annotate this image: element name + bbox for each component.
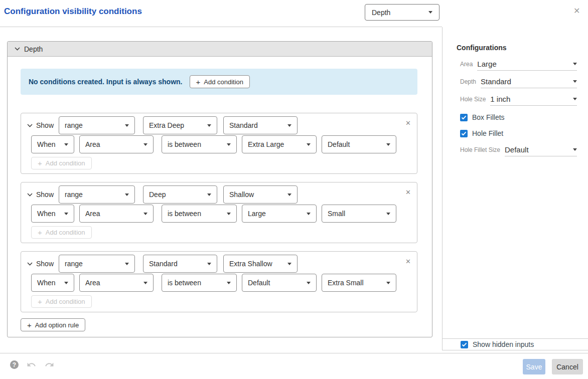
rule-to-dropdown[interactable]: Shallow: [223, 185, 298, 204]
box-fillets-checkbox[interactable]: Box Fillets: [460, 113, 505, 121]
rule-from-dropdown[interactable]: Standard: [143, 255, 217, 273]
condition-operator-dropdown[interactable]: is between: [162, 135, 237, 153]
option-rule-card: Show range Standard Extra Shallow ✕ When…: [21, 251, 417, 312]
checkbox-checked-icon: [460, 130, 468, 137]
info-banner: No conditions created. Input is always s…: [21, 69, 417, 95]
redo-icon[interactable]: [45, 360, 54, 371]
rule-type-dropdown[interactable]: range: [59, 255, 135, 273]
rule-to-dropdown[interactable]: Standard: [223, 116, 298, 134]
banner-text: No conditions created. Input is always s…: [29, 78, 183, 86]
when-dropdown[interactable]: When: [31, 135, 74, 153]
config-field-hole-size: Hole Size 1 inch: [460, 93, 577, 106]
rule-from-dropdown[interactable]: Extra Deep: [143, 116, 217, 134]
show-label: Show: [36, 260, 54, 268]
remove-rule-icon[interactable]: ✕: [405, 120, 411, 126]
condition-to-dropdown[interactable]: Small: [322, 205, 396, 223]
plus-icon: +: [38, 298, 42, 305]
save-button[interactable]: Save: [523, 359, 545, 374]
configuration-visibility-dialog: Configuration visibility conditions Dept…: [0, 0, 588, 379]
caret-down-icon: [307, 213, 311, 215]
caret-down-icon: [207, 194, 211, 196]
show-toggle[interactable]: Show: [27, 255, 54, 273]
plus-icon: +: [38, 229, 42, 236]
hole-fillet-checkbox[interactable]: Hole Fillet: [460, 129, 503, 137]
chevron-down-icon: [27, 262, 33, 266]
show-toggle[interactable]: Show: [27, 185, 54, 204]
option-rule-card: Show range Deep Shallow ✕ When Area is b…: [21, 182, 417, 243]
caret-down-icon: [573, 80, 577, 83]
caret-down-icon: [287, 263, 291, 265]
caret-down-icon: [573, 148, 577, 151]
condition-operator-dropdown[interactable]: is between: [162, 274, 237, 292]
chevron-down-icon: [27, 124, 33, 127]
add-condition-button[interactable]: + Add condition: [190, 75, 250, 88]
add-option-rule-button[interactable]: + Add option rule: [21, 318, 85, 331]
condition-input-dropdown[interactable]: Area: [79, 135, 154, 153]
chevron-down-icon: [15, 47, 20, 51]
cancel-button[interactable]: Cancel: [552, 359, 583, 374]
caret-down-icon: [207, 124, 211, 127]
show-label: Show: [36, 191, 54, 199]
checkbox-checked-icon: [461, 341, 468, 348]
add-condition-disabled-button: + Add condition: [31, 157, 92, 169]
config-field-depth: Depth Standard: [460, 75, 577, 88]
caret-down-icon: [386, 143, 390, 146]
rule-to-dropdown[interactable]: Extra Shallow: [223, 255, 298, 273]
plus-icon: +: [38, 159, 42, 167]
condition-from-dropdown[interactable]: Large: [242, 205, 317, 223]
field-label: Hole Fillet Size: [460, 146, 500, 153]
field-label: Depth: [460, 78, 476, 85]
caret-down-icon: [386, 282, 390, 284]
condition-from-dropdown[interactable]: Extra Large: [242, 135, 317, 153]
show-toggle[interactable]: Show: [27, 116, 54, 134]
condition-input-dropdown[interactable]: Area: [79, 274, 154, 292]
when-dropdown[interactable]: When: [31, 205, 74, 223]
caret-down-icon: [287, 194, 291, 196]
caret-down-icon: [428, 11, 432, 14]
dialog-title: Configuration visibility conditions: [4, 7, 142, 17]
caret-down-icon: [573, 98, 577, 100]
condition-input-dropdown[interactable]: Area: [79, 205, 154, 223]
condition-from-dropdown[interactable]: Default: [242, 274, 317, 292]
chevron-down-icon: [27, 193, 33, 197]
rule-type-dropdown[interactable]: range: [59, 185, 135, 204]
caret-down-icon: [227, 213, 231, 215]
caret-down-icon: [307, 143, 311, 146]
caret-down-icon: [125, 263, 129, 265]
add-condition-disabled-button: + Add condition: [31, 295, 92, 308]
caret-down-icon: [287, 124, 291, 127]
field-label: Hole Size: [460, 96, 486, 103]
config-area-dropdown[interactable]: Large: [477, 58, 577, 71]
depth-section-header[interactable]: Depth: [8, 42, 432, 57]
caret-down-icon: [143, 143, 148, 146]
rule-type-dropdown[interactable]: range: [59, 116, 135, 134]
input-selector-dropdown[interactable]: Depth: [365, 4, 439, 21]
config-hole-size-dropdown[interactable]: 1 inch: [490, 93, 577, 106]
caret-down-icon: [64, 143, 68, 146]
condition-operator-dropdown[interactable]: is between: [162, 205, 237, 223]
dialog-close-icon[interactable]: ✕: [573, 7, 580, 15]
config-field-area: Area Large: [460, 58, 577, 71]
remove-rule-icon[interactable]: ✕: [405, 189, 411, 196]
input-selector-value: Depth: [372, 9, 390, 17]
plus-icon: +: [196, 78, 201, 86]
when-dropdown[interactable]: When: [31, 274, 74, 292]
sidebar-divider: [442, 27, 443, 350]
caret-down-icon: [64, 282, 68, 284]
rule-from-dropdown[interactable]: Deep: [143, 185, 217, 204]
option-rule-card: Show range Extra Deep Standard ✕ When Ar…: [21, 113, 417, 174]
field-label: Area: [460, 61, 473, 68]
help-icon[interactable]: ?: [10, 360, 19, 369]
config-hole-fillet-size-dropdown[interactable]: Default: [505, 143, 577, 156]
caret-down-icon: [386, 213, 390, 215]
remove-rule-icon[interactable]: ✕: [405, 258, 411, 265]
condition-to-dropdown[interactable]: Extra Small: [322, 274, 396, 292]
configurations-heading: Configurations: [457, 44, 507, 52]
config-depth-dropdown[interactable]: Standard: [481, 75, 577, 88]
config-field-hole-fillet-size: Hole Fillet Size Default: [460, 143, 577, 156]
show-label: Show: [36, 121, 54, 129]
undo-icon[interactable]: [27, 360, 36, 371]
show-hidden-inputs-row[interactable]: Show hidden inputs: [443, 338, 588, 350]
caret-down-icon: [227, 143, 231, 146]
condition-to-dropdown[interactable]: Default: [322, 135, 396, 153]
